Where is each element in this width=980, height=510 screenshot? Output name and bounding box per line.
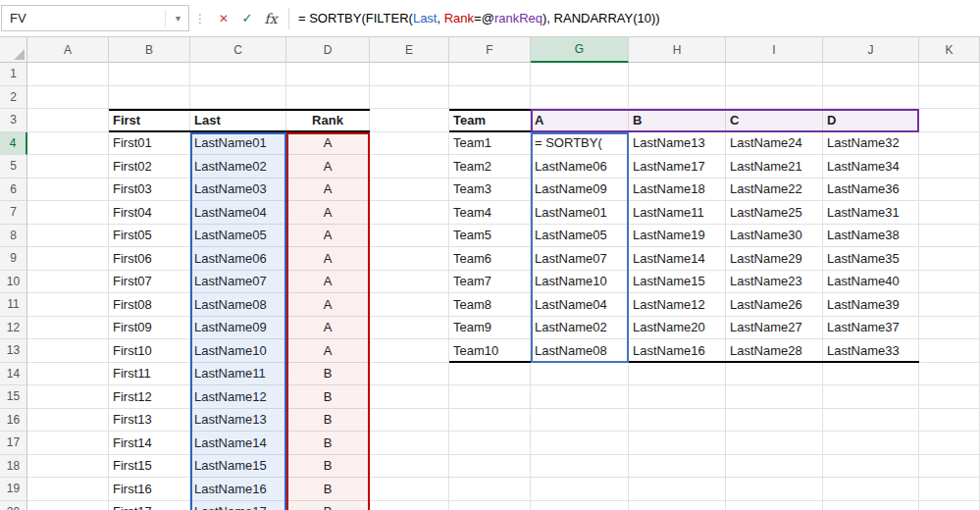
cell-F14[interactable] [449, 363, 531, 386]
cell-J3[interactable]: D [823, 109, 919, 132]
cell-F4[interactable]: Team1 [449, 132, 531, 156]
cell-F15[interactable] [449, 385, 531, 409]
cell-I11[interactable]: LastName26 [726, 293, 823, 317]
cell-A3[interactable] [27, 109, 109, 132]
cell-F3[interactable]: Team [449, 109, 531, 132]
cell-F17[interactable] [449, 432, 531, 455]
cell-H7[interactable]: LastName11 [629, 201, 726, 225]
cell-K14[interactable] [919, 363, 980, 386]
chevron-down-icon[interactable]: ▾ [165, 10, 181, 27]
cell-G14[interactable] [531, 363, 629, 386]
cell-G2[interactable] [531, 86, 629, 110]
cell-K9[interactable] [919, 247, 980, 271]
cell-K10[interactable] [919, 271, 980, 294]
cell-B3[interactable]: First [109, 109, 190, 132]
cell-H3[interactable]: B [629, 109, 726, 132]
cell-E3[interactable] [370, 109, 449, 132]
cell-J11[interactable]: LastName39 [823, 293, 919, 317]
cell-D3[interactable]: Rank [286, 109, 370, 132]
cell-D5[interactable]: A [286, 155, 370, 178]
cell-J20[interactable] [823, 501, 919, 510]
cell-I15[interactable] [726, 385, 823, 409]
cell-C4[interactable]: LastName01 [190, 132, 286, 156]
cell-C20[interactable]: LastName17 [190, 501, 286, 510]
cell-C9[interactable]: LastName06 [190, 247, 286, 271]
row-header-2[interactable]: 2 [0, 86, 27, 110]
row-header-5[interactable]: 5 [0, 155, 27, 178]
enter-button[interactable]: ✓ [235, 7, 259, 30]
cell-E5[interactable] [370, 155, 449, 178]
cell-F13[interactable]: Team10 [449, 339, 531, 363]
cell-C16[interactable]: LastName13 [190, 409, 286, 433]
cell-F8[interactable]: Team5 [449, 225, 531, 248]
cell-I13[interactable]: LastName28 [726, 339, 823, 363]
cell-K19[interactable] [919, 478, 980, 501]
row-header-10[interactable]: 10 [0, 271, 27, 294]
cell-E16[interactable] [370, 409, 449, 433]
cell-D19[interactable]: B [286, 478, 370, 501]
cell-J12[interactable]: LastName37 [823, 317, 919, 340]
formula-input[interactable]: = SORTBY(FILTER(Last, Rank=@rankReq), RA… [298, 11, 660, 26]
column-header-B[interactable]: B [109, 37, 190, 63]
cell-D1[interactable] [286, 63, 370, 86]
cell-H20[interactable] [629, 501, 726, 510]
row-header-14[interactable]: 14 [0, 363, 27, 386]
cell-G1[interactable] [531, 63, 629, 86]
row-header-13[interactable]: 13 [0, 339, 27, 363]
cell-I6[interactable]: LastName22 [726, 178, 823, 202]
cell-I9[interactable]: LastName29 [726, 247, 823, 271]
cell-I12[interactable]: LastName27 [726, 317, 823, 340]
cell-H12[interactable]: LastName20 [629, 317, 726, 340]
cell-E15[interactable] [370, 385, 449, 409]
cell-B15[interactable]: First12 [109, 385, 190, 409]
cell-D8[interactable]: A [286, 225, 370, 248]
cell-A9[interactable] [27, 247, 109, 271]
cell-K4[interactable] [919, 132, 980, 156]
cell-A2[interactable] [27, 86, 109, 110]
cell-D12[interactable]: A [286, 317, 370, 340]
cell-J13[interactable]: LastName33 [823, 339, 919, 363]
cell-F12[interactable]: Team9 [449, 317, 531, 340]
cell-J5[interactable]: LastName34 [823, 155, 919, 178]
cell-B8[interactable]: First05 [109, 225, 190, 248]
cell-A6[interactable] [27, 178, 109, 202]
cell-D18[interactable]: B [286, 455, 370, 479]
cell-B11[interactable]: First08 [109, 293, 190, 317]
cell-H8[interactable]: LastName19 [629, 225, 726, 248]
cell-B19[interactable]: First16 [109, 478, 190, 501]
cell-H14[interactable] [629, 363, 726, 386]
cell-E6[interactable] [370, 178, 449, 202]
cell-B6[interactable]: First03 [109, 178, 190, 202]
cell-B13[interactable]: First10 [109, 339, 190, 363]
cell-H13[interactable]: LastName16 [629, 339, 726, 363]
cell-K5[interactable] [919, 155, 980, 178]
formula-bar-drag-handle-icon[interactable]: ⋮ [194, 12, 205, 26]
cell-C3[interactable]: Last [190, 109, 286, 132]
cell-C19[interactable]: LastName16 [190, 478, 286, 501]
cell-I18[interactable] [726, 455, 823, 479]
cell-K16[interactable] [919, 409, 980, 433]
cell-I10[interactable]: LastName23 [726, 271, 823, 294]
cell-J7[interactable]: LastName31 [823, 201, 919, 225]
cell-H18[interactable] [629, 455, 726, 479]
cell-A20[interactable] [27, 501, 109, 510]
row-header-1[interactable]: 1 [0, 63, 27, 86]
cell-E18[interactable] [370, 455, 449, 479]
cell-I8[interactable]: LastName30 [726, 225, 823, 248]
cell-E4[interactable] [370, 132, 449, 156]
cell-G9[interactable]: LastName07 [531, 247, 629, 271]
cell-A17[interactable] [27, 432, 109, 455]
cell-B20[interactable]: First17 [109, 501, 190, 510]
cell-F16[interactable] [449, 409, 531, 433]
cell-J15[interactable] [823, 385, 919, 409]
cell-K18[interactable] [919, 455, 980, 479]
cell-G11[interactable]: LastName04 [531, 293, 629, 317]
cell-C17[interactable]: LastName14 [190, 432, 286, 455]
cell-K6[interactable] [919, 178, 980, 202]
cell-I5[interactable]: LastName21 [726, 155, 823, 178]
cell-J2[interactable] [823, 86, 919, 110]
cell-D15[interactable]: B [286, 385, 370, 409]
row-header-6[interactable]: 6 [0, 178, 27, 202]
cell-J18[interactable] [823, 455, 919, 479]
cell-A16[interactable] [27, 409, 109, 433]
